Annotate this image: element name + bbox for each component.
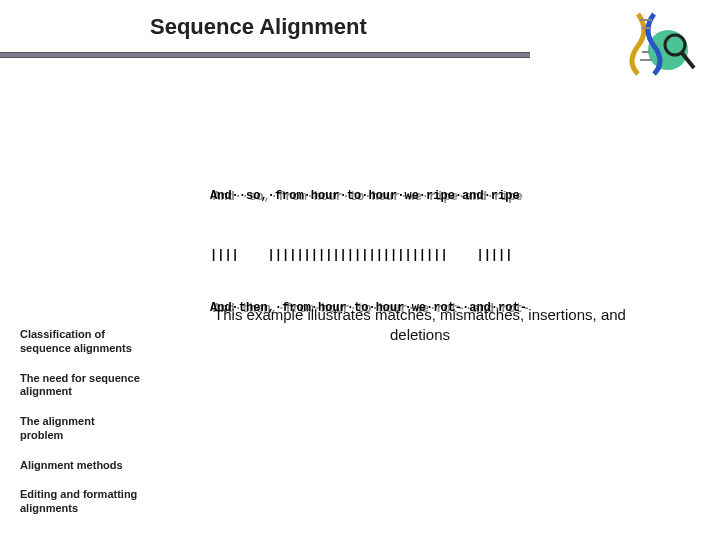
- outline-item[interactable]: Alignment methods: [20, 459, 140, 473]
- slide-title: Sequence Alignment: [150, 14, 367, 40]
- outline-item[interactable]: The alignment problem: [20, 415, 140, 443]
- outline-sidebar: Classification of sequence alignments Th…: [20, 328, 140, 532]
- alignment-match-bars: |||| ||||||||||||||||||||||||| |||||: [210, 248, 640, 262]
- seq1-text: And··so,·from·hour·to·hour·we·ripe·and·r…: [210, 189, 520, 203]
- alignment-sequence-1: And··so,·from·hour·to·hour·we·ripe·and·r…: [210, 189, 640, 209]
- outline-item[interactable]: The need for sequence alignment: [20, 372, 140, 400]
- outline-item[interactable]: Editing and formatting alignments: [20, 488, 140, 516]
- example-caption: This example illustrates matches, mismat…: [190, 305, 650, 346]
- dna-logo-icon: [620, 10, 698, 76]
- title-underline: [0, 52, 530, 58]
- outline-item[interactable]: Classification of sequence alignments: [20, 328, 140, 356]
